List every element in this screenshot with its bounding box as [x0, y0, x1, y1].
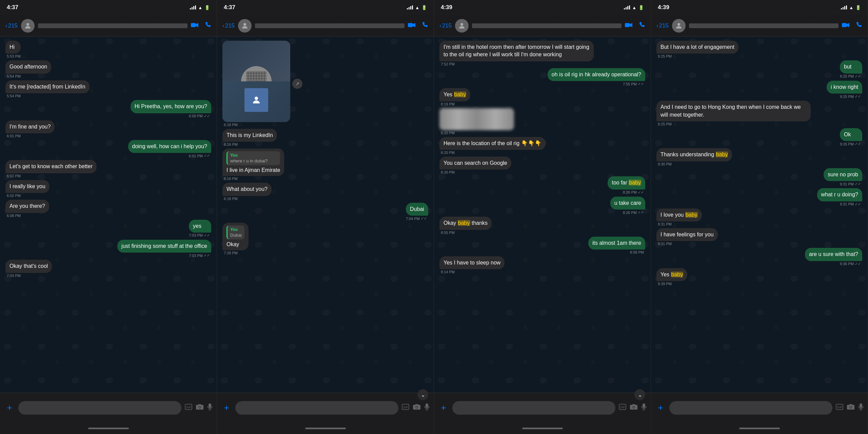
back-button[interactable]: ‹ 215: [439, 22, 452, 29]
msg-bubble: What about you?: [222, 183, 272, 196]
message-sent: its almost 1am there 8:58 PM: [588, 237, 645, 254]
read-tick: ✓✓: [855, 262, 861, 266]
camera-icon[interactable]: [413, 403, 421, 412]
gif-icon[interactable]: GIF: [836, 404, 843, 412]
read-tick: ✓✓: [638, 210, 644, 215]
back-badge: 215: [225, 22, 235, 29]
msg-time: 8:19 PM: [441, 102, 455, 106]
phone-call-icon[interactable]: [205, 22, 211, 29]
msg-bubble: I'm fine and you?: [5, 120, 55, 133]
svg-rect-7: [209, 403, 211, 408]
mic-icon[interactable]: [207, 403, 213, 413]
msg-timestamp: 9:31 PM: [658, 242, 672, 246]
message-received: Let's get to know each other better 6:02…: [5, 160, 97, 178]
msg-time: 5:53 PM: [7, 54, 21, 58]
msg-bubble: its almost 1am there: [588, 237, 645, 250]
gif-icon[interactable]: GIF: [185, 404, 192, 412]
scroll-to-bottom[interactable]: ⌄: [417, 389, 428, 400]
camera-icon[interactable]: [630, 403, 638, 412]
msg-time: 7:03 PM: [7, 274, 21, 278]
svg-point-31: [677, 23, 680, 26]
status-bar: 4:37 ▲ 🔋: [217, 0, 434, 15]
back-button[interactable]: ‹ 215: [5, 22, 18, 29]
msg-bubble: I really like you: [5, 180, 50, 193]
plus-icon[interactable]: +: [221, 402, 232, 413]
msg-time: 6:18 PM: [224, 123, 290, 127]
svg-marker-23: [630, 23, 632, 27]
signal-icon: [624, 5, 630, 9]
msg-bubble: u take care: [610, 197, 645, 210]
contact-avatar[interactable]: [455, 19, 469, 33]
message-received: But I have a lot of engagement 9:25 PM: [656, 41, 738, 58]
contact-avatar[interactable]: [672, 19, 686, 33]
plus-icon[interactable]: +: [4, 402, 15, 413]
signal-icon: [190, 5, 196, 9]
battery-icon: 🔋: [638, 5, 644, 10]
svg-rect-28: [643, 403, 645, 408]
message-input[interactable]: [452, 401, 615, 415]
highlight-word: baby: [671, 272, 684, 277]
msg-timestamp: 9:25 PM: [658, 122, 672, 126]
plus-icon[interactable]: +: [655, 402, 666, 413]
back-badge: 215: [659, 22, 669, 29]
input-bar: + GIF: [0, 393, 217, 422]
video-call-icon[interactable]: [625, 22, 632, 29]
contact-avatar[interactable]: [21, 19, 35, 33]
msg-bubble: oh is oil rig in hk already operational?: [548, 68, 645, 81]
msg-time: 9:26 PM: [840, 142, 854, 146]
nav-actions: [625, 22, 645, 29]
plus-icon[interactable]: +: [438, 402, 449, 413]
read-tick: ✓✓: [855, 182, 861, 186]
msg-text: I live in Ajman Emirate: [226, 167, 280, 173]
msg-bubble: Okay that's cool: [5, 260, 52, 273]
video-call-icon[interactable]: [842, 22, 849, 29]
back-button[interactable]: ‹ 215: [222, 22, 235, 29]
phone-call-icon[interactable]: [856, 22, 862, 29]
msg-bubble: i know right: [827, 81, 862, 94]
message-input[interactable]: [18, 401, 181, 415]
video-call-icon[interactable]: [408, 22, 415, 29]
svg-rect-38: [860, 403, 862, 408]
highlight-word: baby: [685, 212, 698, 218]
msg-bubble: But I have a lot of engagement: [656, 41, 738, 54]
msg-bubble: I have feelings for you: [656, 228, 718, 241]
msg-bubble: Yes baby: [439, 88, 470, 101]
camera-icon[interactable]: [847, 403, 855, 412]
share-icon[interactable]: ↗: [292, 79, 302, 89]
svg-rect-11: [408, 23, 413, 27]
nav-bar: ‹ 215: [217, 15, 434, 37]
mic-icon[interactable]: [858, 403, 864, 413]
camera-icon[interactable]: [196, 403, 204, 412]
back-badge: 215: [8, 22, 18, 29]
msg-timestamp: 6:01 PM: [7, 134, 21, 138]
panel-panel2: ⌄ 4:37 ▲ 🔋 ‹ 215: [217, 0, 434, 434]
message-received: Yes I have to sleep now 9:14 PM: [439, 256, 505, 274]
gif-icon[interactable]: GIF: [619, 404, 626, 412]
msg-time: 9:31 PM: [840, 202, 854, 206]
message-input[interactable]: [235, 401, 398, 415]
back-button[interactable]: ‹ 215: [656, 22, 669, 29]
mic-icon[interactable]: [424, 403, 430, 413]
contact-name: [472, 23, 622, 28]
scroll-to-bottom[interactable]: ⌄: [634, 389, 645, 400]
gif-icon[interactable]: GIF: [402, 404, 409, 412]
message-input[interactable]: [669, 401, 832, 415]
message-received: Good afternoon 5:54 PM: [5, 60, 51, 78]
contact-avatar[interactable]: [238, 19, 252, 33]
read-tick: ✓✓: [638, 82, 644, 86]
status-icons: ▲ 🔋: [407, 5, 427, 10]
nav-bar: ‹ 215: [651, 15, 868, 37]
msg-bubble: but: [840, 60, 862, 73]
read-tick: ✓✓: [204, 233, 210, 238]
nav-actions: [191, 22, 211, 29]
phone-call-icon[interactable]: [639, 22, 645, 29]
phone-call-icon[interactable]: [422, 22, 428, 29]
msg-time: 6:01 PM: [7, 134, 21, 138]
status-bar: 4:39 ▲ 🔋: [434, 0, 651, 15]
video-call-icon[interactable]: [191, 22, 198, 29]
mic-icon[interactable]: [641, 403, 647, 413]
status-time: 4:37: [7, 4, 18, 11]
quoted-name: You: [230, 227, 242, 232]
quoted-name: You: [230, 153, 277, 158]
msg-timestamp: 8:20 PM: [441, 170, 455, 174]
